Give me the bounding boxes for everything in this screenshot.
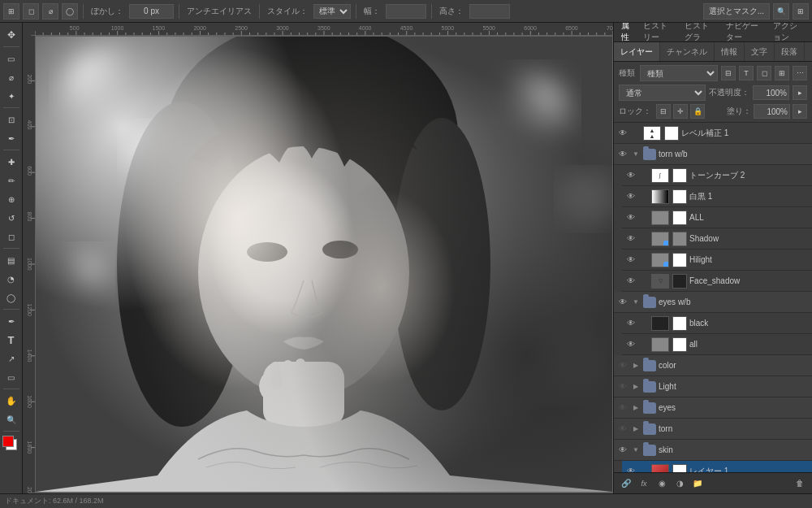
dodge-tool[interactable]: ◯ [2,289,20,306]
group-arrow[interactable]: ▶ [631,382,641,392]
eye-icon[interactable]: 👁 [617,402,628,414]
eye-icon[interactable]: 👁 [625,170,637,181]
more-icon-btn[interactable]: ⋯ [793,66,807,80]
lock-pos-btn[interactable]: ✛ [673,104,688,119]
fx-icon[interactable]: fx [637,476,651,491]
layer-item-eyes-wb[interactable]: 👁 ▼ eyes w/b [614,292,812,313]
eyedropper-tool[interactable]: ✒ [2,129,20,147]
move-tool[interactable]: ✥ [2,26,20,44]
adj-icon-btn[interactable]: T [739,66,754,80]
layer-item-color[interactable]: 👁 ▶ color [614,355,812,376]
eye-icon[interactable]: 👁 [617,360,628,371]
lock-pixel-btn[interactable]: ⊟ [656,104,671,119]
tab-layers[interactable]: レイヤー [614,42,660,61]
layer-item-level1[interactable]: 👁 ▲▲ レベル補正 1 [614,123,812,144]
marquee-rect-tool[interactable]: ▭ [2,50,20,67]
layer-item-light[interactable]: 👁 ▶ Light [614,376,812,397]
zoom-tool[interactable]: 🔍 [2,410,20,428]
eye-icon[interactable]: 👁 [625,254,637,266]
layer-item-tonecurve2[interactable]: 👁 ∫ トーンカーブ 2 [622,165,812,186]
smart-icon-btn[interactable]: ⊞ [775,66,789,80]
eye-icon[interactable]: 👁 [617,381,628,393]
gradient-tool[interactable]: ▤ [2,251,20,269]
pen-tool[interactable]: ✒ [2,312,20,330]
search-icon[interactable]: 🔍 [773,3,789,20]
kind-select[interactable]: 種類 [640,65,718,81]
group-arrow[interactable]: ▼ [631,297,641,307]
blend-mode-select[interactable]: 通常 [619,85,706,101]
layer-item-all2[interactable]: 👁 all [622,334,812,355]
eye-icon[interactable]: 👁 [625,212,637,224]
tool-icon-2[interactable]: ◻ [23,3,39,20]
eye-icon[interactable]: 👁 [625,318,637,329]
eye-icon[interactable]: 👁 [617,128,628,139]
layer-item-eyes[interactable]: 👁 ▶ eyes [614,397,812,419]
group-arrow[interactable]: ▼ [631,445,641,455]
tool-icon-3[interactable]: ⌀ [42,3,58,20]
tool-icon-1[interactable]: ⊞ [3,3,19,20]
foreground-color-swatch[interactable] [2,436,14,447]
text-tool[interactable]: T [2,331,20,349]
eye-icon[interactable]: 👁 [617,149,628,160]
tab-info[interactable]: 情報 [715,42,745,61]
layer-item-torn-wb[interactable]: 👁 ▼ torn w/b [614,144,812,165]
history-brush-tool[interactable]: ↺ [2,209,20,227]
layer-item-layer1[interactable]: 👁 レイヤー 1 [622,461,812,472]
eye-icon[interactable]: 👁 [617,423,628,435]
layer-item-shadow[interactable]: 👁 Shadow [622,228,812,250]
hand-tool[interactable]: ✋ [2,392,20,410]
brush-tool[interactable]: ✏ [2,172,20,189]
layer-item-skin[interactable]: 👁 ▼ skin [614,440,812,461]
color-swatches[interactable] [2,436,20,454]
group-arrow[interactable]: ▶ [631,424,641,434]
width-input[interactable] [386,4,426,19]
tool-icon-4[interactable]: ◯ [62,3,78,20]
height-input[interactable] [469,4,510,19]
heal-tool[interactable]: ✚ [2,153,20,171]
group-arrow[interactable]: ▼ [631,150,641,159]
eraser-tool[interactable]: ◻ [2,228,20,245]
lock-all-btn[interactable]: 🔒 [690,104,705,119]
opacity-input[interactable] [753,85,789,100]
tab-paragraph[interactable]: 段落 [775,42,805,61]
opacity-arrow[interactable]: ▸ [793,85,807,100]
group-arrow[interactable]: ▶ [631,403,641,413]
tab-character[interactable]: 文字 [745,42,775,61]
crop-tool[interactable]: ⊡ [2,111,20,128]
eye-icon[interactable]: 👁 [625,339,637,350]
shape-tool[interactable]: ▭ [2,368,20,386]
arrange-icon[interactable]: ⊞ [793,3,809,20]
select-mask-button[interactable]: 選択とマスク... [703,3,770,20]
layer-item-all[interactable]: 👁 ALL [622,207,812,228]
eye-icon[interactable]: 👁 [617,297,628,308]
quick-select-tool[interactable]: ✦ [2,87,20,105]
fill-input[interactable] [754,104,790,119]
lasso-tool[interactable]: ⌀ [2,68,20,86]
layer-item-faceshadow[interactable]: 👁 ▽ Face_shadow [622,271,812,292]
style-select[interactable]: 標準 [313,4,351,19]
fill-arrow[interactable]: ▸ [793,104,807,119]
eye-icon[interactable]: 👁 [625,466,637,473]
adjustment-icon[interactable]: ◑ [672,476,687,491]
blur-tool[interactable]: ◔ [2,270,20,288]
eye-icon[interactable]: 👁 [625,276,637,287]
stamp-tool[interactable]: ⊕ [2,190,20,208]
mask-icon[interactable]: ◉ [654,476,669,491]
tab-channels[interactable]: チャンネル [660,42,715,61]
shape-icon-btn[interactable]: ◻ [757,66,771,80]
link-icon[interactable]: 🔗 [619,476,633,491]
path-sel-tool[interactable]: ↗ [2,350,20,367]
eye-icon[interactable]: 👁 [625,191,637,202]
layer-item-torn[interactable]: 👁 ▶ torn [614,419,812,440]
group-arrow[interactable]: ▶ [631,361,641,371]
canvas-container[interactable] [35,35,613,493]
eye-icon[interactable]: 👁 [617,445,628,456]
pixel-icon[interactable]: ⊟ [721,66,736,80]
delete-icon[interactable]: 🗑 [793,476,807,491]
layer-item-hilight[interactable]: 👁 Hilight [622,250,812,271]
group-icon[interactable]: 📁 [690,476,705,491]
layers-list[interactable]: 👁 ▲▲ レベル補正 1 👁 ▼ torn w/b 👁 ∫ トーンカーブ 2 [614,123,812,472]
eye-icon[interactable]: 👁 [625,233,637,245]
layer-item-bw1[interactable]: 👁 白黒 1 [622,186,812,207]
blur-input[interactable] [129,4,174,19]
